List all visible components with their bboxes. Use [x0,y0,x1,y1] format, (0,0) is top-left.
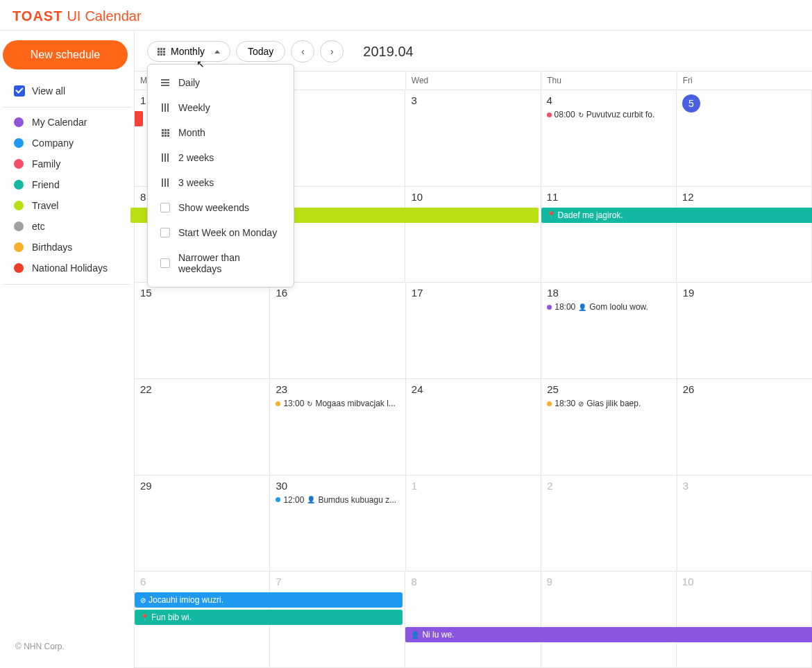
calendar-day-cell[interactable]: 15 [135,283,270,378]
day-number: 6 [140,576,146,587]
app-header: TOAST UI Calendar [0,0,812,30]
calendar-day-cell[interactable]: 1 [406,476,541,571]
view-option[interactable]: Weekly [148,95,294,120]
day-number: 3 [411,94,416,106]
calendar-day-cell[interactable]: 408:00↻Puvutvuz curbit fo. [541,90,677,186]
calendar-day-cell[interactable]: 24 [406,379,541,475]
view-select-dropdown[interactable]: Monthly ↖ [147,41,230,62]
calendar-event[interactable]: 18:30⊘Gias jilik baep. [547,399,670,408]
calendar-day-cell[interactable]: 9 [541,571,677,667]
calendar-day-cell[interactable]: 10 [405,187,541,283]
calendar-day-cell[interactable]: 12 [677,187,812,283]
view-option[interactable]: Daily [148,70,294,95]
menu-item-label: Daily [178,77,200,88]
day-number: 25 [547,383,559,395]
new-schedule-button[interactable]: New schedule [3,40,128,69]
calendar-day-cell[interactable]: 3 [677,476,812,571]
calendar-day-cell[interactable]: 3 [405,90,541,186]
calendar-color-dot [14,263,24,273]
event-title: Gias jilik baep. [586,399,641,408]
logo-product: Calendar [85,8,141,24]
view-dropdown-menu: DailyWeeklyMonth2 weeks3 weeks Show week… [147,64,294,287]
calendar-event-bar[interactable]: 📍Fun bib wi. [135,610,403,625]
calendar-day-cell[interactable]: 29 [135,476,270,571]
menu-item-label: 2 weeks [178,152,214,163]
day-number: 10 [411,191,423,203]
sidebar-calendar-item[interactable]: etc [3,216,131,237]
calendar-label: Birthdays [32,242,72,253]
view-option[interactable]: 2 weeks [148,145,294,170]
calendar-label: My Calendar [32,117,87,128]
view-toggle-option[interactable]: Narrower than weekdays [148,245,294,281]
event-title: Bumdus kubuagu z... [318,495,396,505]
calendar-day-cell[interactable]: 10 [677,571,812,667]
calendar-day-cell[interactable]: 3012:00👤Bumdus kubuagu z... [270,476,405,571]
calendar-event[interactable]: 12:00👤Bumdus kubuagu z... [276,495,399,505]
calendar-day-cell[interactable]: 17 [406,283,541,378]
calendar-day-cell[interactable]: 2 [541,476,677,571]
next-button[interactable]: › [320,40,344,62]
sidebar-calendar-item[interactable]: Family [3,153,131,174]
view-toggle-option[interactable]: Start Week on Monday [148,220,294,245]
calendar-day-cell[interactable]: 8 [405,571,541,667]
day-number: 29 [140,480,152,492]
sidebar-calendar-item[interactable]: My Calendar [3,112,131,133]
logo: TOAST UI Calendar [12,8,142,24]
calendar-label: Company [32,137,74,149]
day-number: 22 [140,383,152,395]
sidebar-calendar-item[interactable]: Friend [3,174,131,195]
today-button[interactable]: Today [236,41,285,62]
calendar-event-bar[interactable] [135,111,143,126]
event-type-icon: ⊘ [578,400,584,408]
event-type-icon: ↻ [307,400,312,408]
view-option[interactable]: Month [148,120,294,145]
calendar-day-cell[interactable]: 2518:30⊘Gias jilik baep. [541,379,677,475]
menu-item-label: Weekly [178,102,210,113]
calendar-event-bar[interactable]: 👤Ni lu we. [405,627,812,642]
event-time: 08:00 [555,110,575,119]
event-title: Jocauhi imiog wuzri. [149,595,223,605]
calendar-event[interactable]: 13:00↻Mogaas mibvacjak l... [276,399,399,408]
menu-option-label: Start Week on Monday [178,227,277,238]
toolbar: Monthly ↖ Today ‹ › 2019.04 DailyWeeklyM… [135,31,812,71]
sidebar-calendar-item[interactable]: Travel [3,195,131,216]
view-all-toggle[interactable]: View all [3,81,131,101]
day-number: 19 [683,287,695,299]
event-time: 13:00 [283,399,304,408]
calendar-day-cell[interactable]: 16 [270,283,405,378]
grid-icon [162,129,169,137]
calendar-week-row: 293012:00👤Bumdus kubuagu z...123 [135,476,812,572]
checkbox-empty-icon [160,228,170,237]
calendar-event-bar[interactable]: ⊘Jocauhi imiog wuzri. [135,592,403,608]
event-time: 18:30 [555,399,575,408]
calendar-event[interactable]: 08:00↻Puvutvuz curbit fo. [547,110,670,119]
day-header: Wed [406,72,541,90]
calendar-color-dot [14,117,24,127]
event-color-dot [547,112,552,117]
day-number: 2 [547,480,552,492]
calendar-event[interactable]: 18:00👤Gom loolu wow. [547,302,670,312]
logo-block: TOAST [12,8,62,24]
calendar-day-cell[interactable]: 26 [677,379,812,475]
event-color-dot [547,305,552,310]
calendar-day-cell[interactable]: 19 [677,283,812,378]
calendar-day-cell[interactable]: 22 [135,379,270,475]
event-type-icon: 👤 [578,303,586,311]
calendar-event-bar[interactable]: 📍Dadef me jagirok. [541,208,812,223]
calendar-day-cell[interactable]: 5 [677,90,812,186]
day-number: 8 [140,191,146,203]
event-title: Puvutvuz curbit fo. [586,110,655,119]
prev-button[interactable]: ‹ [291,40,314,62]
calendar-label: National Holidays [32,262,108,274]
day-header: Thu [541,72,677,90]
calendar-day-cell[interactable]: 2313:00↻Mogaas mibvacjak l... [270,379,405,475]
view-option[interactable]: 3 weeks [148,170,294,195]
grid-icon [158,48,165,56]
calendar-day-cell[interactable]: 11 [541,187,677,283]
sidebar-calendar-item[interactable]: National Holidays [3,258,131,278]
sidebar-calendar-item[interactable]: Birthdays [3,237,131,258]
sidebar-calendar-item[interactable]: Company [3,133,131,153]
view-toggle-option[interactable]: Show weekends [148,195,294,220]
calendar-day-cell[interactable]: 1818:00👤Gom loolu wow. [541,283,677,378]
day-number: 4 [547,94,552,106]
